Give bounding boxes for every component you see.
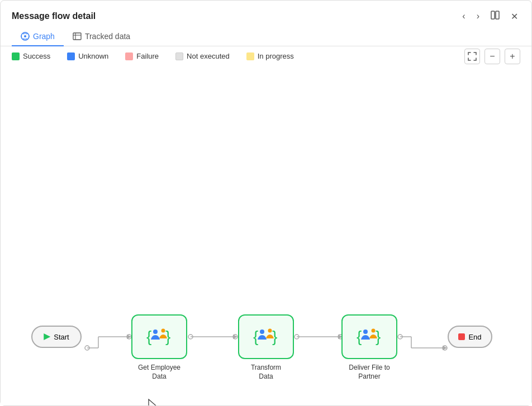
svg-point-32 — [162, 329, 165, 333]
get-employee-box: { } — [131, 314, 187, 359]
get-employee-service-icon: { } — [145, 325, 173, 348]
legend-not-executed: Not executed — [175, 52, 230, 60]
svg-point-16 — [233, 335, 238, 339]
failure-label: Failure — [136, 52, 159, 60]
cursor — [148, 398, 160, 405]
legend-failure: Failure — [125, 52, 159, 60]
start-node[interactable]: Start — [31, 326, 82, 348]
window-title: Message flow detail — [12, 11, 96, 21]
window: Message flow detail ‹ › ✕ Gra — [0, 0, 532, 406]
title-controls: ‹ › ✕ — [460, 9, 520, 23]
transform-service-icon: { } — [252, 325, 280, 348]
deliver-node[interactable]: { } Deliver File toPartner — [341, 314, 397, 381]
svg-point-27 — [443, 346, 447, 350]
tab-tracked-label: Tracked data — [85, 32, 130, 41]
get-employee-text: Get EmployeeData — [138, 364, 180, 380]
transform-node[interactable]: { } TransformData — [238, 314, 294, 381]
svg-marker-12 — [127, 335, 131, 339]
legend-bar: Success Unknown Failure Not executed In … — [1, 46, 531, 66]
transform-box: { } — [238, 314, 294, 359]
svg-rect-4 — [73, 33, 81, 40]
svg-point-24 — [398, 335, 402, 339]
fullscreen-button[interactable] — [464, 49, 480, 64]
zoom-controls: − + — [464, 49, 520, 64]
svg-point-11 — [127, 335, 131, 339]
deliver-text: Deliver File toPartner — [349, 364, 390, 380]
split-icon — [491, 11, 500, 20]
unknown-color — [67, 52, 75, 60]
close-button[interactable]: ✕ — [509, 10, 520, 23]
success-color — [12, 52, 20, 60]
not-executed-color — [175, 52, 183, 60]
svg-text:{: { — [146, 328, 151, 345]
play-icon — [44, 333, 50, 340]
tab-graph[interactable]: Graph — [12, 27, 64, 46]
svg-point-36 — [268, 329, 272, 333]
svg-marker-28 — [443, 346, 447, 350]
end-box: End — [448, 326, 492, 348]
graph-icon — [21, 32, 30, 41]
legend-success: Success — [12, 52, 50, 60]
not-executed-label: Not executed — [187, 52, 230, 60]
svg-point-14 — [188, 335, 193, 339]
svg-point-31 — [153, 329, 158, 334]
tracked-icon — [73, 32, 82, 41]
svg-rect-1 — [496, 11, 499, 19]
split-button[interactable] — [488, 9, 502, 23]
title-bar: Message flow detail ‹ › ✕ — [1, 1, 531, 27]
legend-in-progress: In progress — [246, 52, 294, 60]
svg-point-3 — [24, 35, 26, 37]
svg-text:{: { — [253, 328, 258, 345]
end-inner: End — [458, 333, 481, 341]
deliver-label: Deliver File toPartner — [349, 364, 390, 381]
svg-point-40 — [372, 329, 376, 333]
failure-color — [125, 52, 133, 60]
get-employee-node[interactable]: { } Get EmployeeData — [131, 314, 187, 381]
next-button[interactable]: › — [474, 10, 482, 22]
end-node[interactable]: End — [448, 326, 492, 348]
tabs: Graph Tracked data — [1, 27, 531, 46]
zoom-in-button[interactable]: + — [505, 49, 520, 64]
svg-point-39 — [363, 329, 368, 334]
unknown-label: Unknown — [78, 52, 108, 60]
svg-text:{: { — [357, 328, 362, 345]
start-box: Start — [31, 326, 82, 348]
get-employee-label: Get EmployeeData — [138, 364, 180, 381]
svg-point-35 — [260, 329, 264, 334]
svg-point-8 — [85, 346, 89, 350]
in-progress-label: In progress — [258, 52, 294, 60]
tab-graph-label: Graph — [33, 32, 55, 41]
legend-unknown: Unknown — [67, 52, 108, 60]
svg-marker-41 — [149, 399, 158, 405]
end-label: End — [468, 333, 481, 341]
svg-marker-17 — [233, 335, 238, 339]
start-label: Start — [54, 333, 69, 341]
prev-button[interactable]: ‹ — [460, 10, 467, 22]
success-label: Success — [23, 52, 50, 60]
transform-text: TransformData — [251, 364, 281, 380]
in-progress-color — [246, 52, 254, 60]
deliver-service-icon: { } — [355, 325, 383, 348]
canvas: Start { } Get EmployeeData — [1, 66, 531, 405]
stop-icon — [458, 333, 465, 340]
svg-rect-0 — [491, 11, 495, 19]
fullscreen-icon — [468, 52, 477, 61]
deliver-box: { } — [341, 314, 397, 359]
zoom-out-button[interactable]: − — [484, 49, 500, 64]
tab-tracked[interactable]: Tracked data — [64, 27, 139, 46]
transform-label: TransformData — [251, 364, 281, 381]
svg-point-19 — [294, 335, 299, 339]
start-inner: Start — [44, 333, 69, 341]
